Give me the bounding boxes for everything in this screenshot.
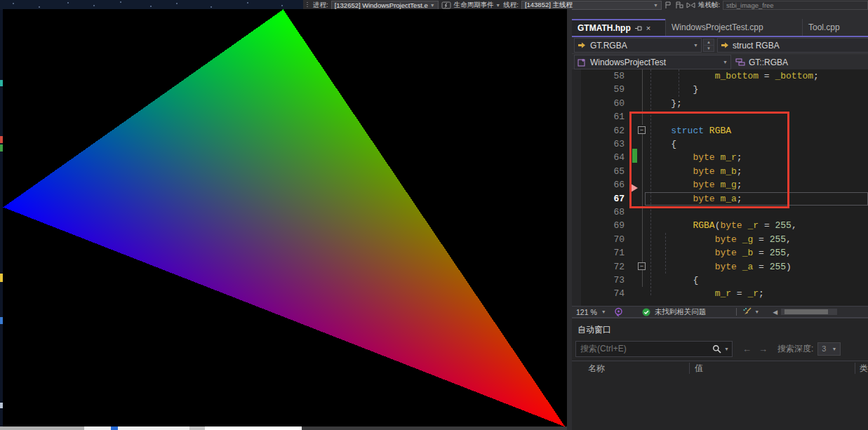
search-icon[interactable]: [712, 344, 721, 354]
type-value: GT::RGBA: [749, 58, 788, 67]
spinner-down-button[interactable]: ▼: [703, 45, 714, 52]
scope-dropdown[interactable]: GT.RGBA ▼: [574, 38, 702, 53]
navigation-bar-project: WindowsProjectTest ▼ GT::RGBA: [572, 53, 868, 70]
lifecycle-dropdown[interactable]: 生命周期事件 ▼: [454, 1, 501, 10]
code-text: byte _g = 255,: [649, 233, 792, 246]
intellicode-icon[interactable]: [614, 307, 623, 316]
lifecycle-events-icon[interactable]: [441, 1, 451, 9]
tab-label: Tool.cpp: [808, 22, 840, 32]
toolbar-grip[interactable]: [306, 1, 309, 8]
pin-icon[interactable]: [635, 25, 642, 32]
code-line[interactable]: 72 byte _a = 255): [572, 260, 868, 274]
autos-search-row: ▼ ← → 搜索深度: 3 ▼: [572, 340, 868, 358]
column-name[interactable]: 名称: [588, 363, 605, 375]
thread-label: 线程:: [503, 1, 519, 10]
autos-grid-empty[interactable]: [572, 375, 868, 430]
lifecycle-label: 生命周期事件: [454, 1, 494, 8]
navigation-bar-types: GT.RGBA ▼ ▲ ▼ struct RGBA: [572, 37, 868, 53]
code-line[interactable]: 71 byte _b = 255,: [572, 246, 868, 260]
code-text: m_r = _r;: [649, 287, 764, 300]
stackframe-label: 堆栈帧:: [698, 1, 720, 10]
process-dropdown[interactable]: [132652] WindowsProjectTest.e ▼: [331, 1, 439, 10]
code-text: {: [649, 274, 698, 287]
line-number: 71: [592, 246, 625, 260]
scrollbar-thumb[interactable]: [784, 309, 828, 314]
scroll-left-icon[interactable]: ◀: [773, 309, 777, 316]
line-number: 61: [592, 110, 625, 123]
editor-panel: GTMATH.hpp × WindowsProjectTest.cpp Tool…: [572, 10, 868, 430]
flag-icon[interactable]: [665, 1, 672, 9]
thread-dropdown[interactable]: [143852] 主线程 ▼: [521, 1, 662, 10]
chevron-down-icon: ▼: [754, 309, 759, 314]
search-depth-dropdown[interactable]: 3 ▼: [817, 342, 841, 356]
line-number: 74: [592, 287, 625, 300]
code-line[interactable]: 58 m_bottom = _bottom;: [572, 69, 868, 83]
project-value: WindowsProjectTest: [590, 58, 666, 67]
search-depth-label: 搜索深度:: [777, 343, 813, 355]
chevron-down-icon: ▼: [601, 309, 606, 314]
divider: [736, 308, 737, 316]
horizontal-scrollbar[interactable]: [781, 309, 837, 315]
code-text: RGBA(byte _r = 255,: [649, 219, 797, 232]
autos-column-header: 名称 值 类: [572, 361, 868, 376]
project-icon: [577, 58, 586, 67]
zoom-dropdown[interactable]: 121 % ▼: [574, 308, 606, 316]
tab-tool-cpp[interactable]: Tool.cpp: [802, 19, 868, 36]
thread-value: [143852] 主线程: [525, 1, 573, 10]
back-arrow-icon[interactable]: ←: [742, 344, 752, 354]
code-line[interactable]: 69 RGBA(byte _r = 255,: [572, 219, 868, 232]
process-value: [132652] WindowsProjectTest.e: [335, 1, 428, 9]
type-context[interactable]: GT::RGBA: [731, 58, 792, 67]
line-number: 62: [592, 124, 625, 137]
project-dropdown[interactable]: WindowsProjectTest ▼: [574, 55, 731, 69]
tab-gtmath-hpp[interactable]: GTMATH.hpp ×: [572, 19, 665, 36]
search-input[interactable]: [579, 343, 709, 354]
line-number: 72: [592, 260, 625, 274]
struct-icon: [735, 58, 745, 66]
stackframe-value: stbi_image_free: [726, 1, 774, 9]
vs-background-strip: [567, 9, 572, 430]
code-line[interactable]: 74 m_r = _r;: [572, 287, 868, 300]
member-dropdown[interactable]: struct RGBA: [717, 38, 868, 53]
scope-value: GT.RGBA: [590, 41, 627, 51]
code-cleanup-broom-icon[interactable]: ▼: [742, 307, 759, 316]
column-separator[interactable]: [689, 363, 690, 374]
fold-collapse-icon[interactable]: −: [638, 262, 646, 270]
code-line[interactable]: 60 };: [572, 97, 868, 110]
screen: 进程: [132652] WindowsProjectTest.e ▼ 生命周期…: [0, 0, 868, 430]
member-spinner: ▲ ▼: [703, 39, 714, 52]
forward-arrow-icon[interactable]: →: [759, 344, 768, 354]
chevron-down-icon: ▼: [723, 60, 728, 65]
flag-plus-icon[interactable]: [675, 1, 683, 9]
editor-status-bar: 121 % ▼ 未找到相关问题 ▼ ◀: [572, 306, 868, 317]
chevron-down-icon: ▼: [832, 347, 836, 351]
tab-strip: GTMATH.hpp × WindowsProjectTest.cpp Tool…: [572, 19, 868, 36]
line-number: 58: [592, 69, 625, 83]
chevron-down-icon: ▼: [724, 347, 729, 351]
search-box[interactable]: ▼: [575, 341, 733, 357]
line-number: 64: [592, 151, 625, 164]
column-type[interactable]: 类: [860, 363, 868, 375]
desktop-wallpaper-strip: [0, 0, 303, 10]
parallel-stacks-icon[interactable]: [686, 2, 695, 8]
line-number: 66: [592, 178, 625, 192]
line-number: 69: [592, 219, 625, 232]
debug-toolbar: 进程: [132652] WindowsProjectTest.e ▼ 生命周期…: [303, 0, 868, 10]
code-text: };: [649, 97, 682, 110]
health-indicator[interactable]: 未找到相关问题: [642, 307, 707, 317]
code-editor[interactable]: 58 m_bottom = _bottom;59 }60 };6162 stru…: [572, 69, 868, 306]
nav-arrow-icon: [721, 41, 729, 49]
line-number: 67: [592, 192, 625, 206]
code-line[interactable]: 73 {: [572, 274, 868, 287]
health-text: 未找到相关问题: [655, 307, 707, 317]
autos-window-title: 自动窗口: [577, 324, 611, 336]
tab-windowsprojecttest-cpp[interactable]: WindowsProjectTest.cpp: [665, 19, 802, 36]
annotation-rectangle: [629, 112, 789, 208]
column-separator[interactable]: [855, 363, 855, 374]
close-icon[interactable]: ×: [646, 25, 650, 32]
desktop-bottom-sliver: [0, 426, 567, 430]
code-line[interactable]: 70 byte _g = 255,: [572, 233, 868, 246]
column-value[interactable]: 值: [695, 363, 703, 375]
code-line[interactable]: 59 }: [572, 83, 868, 96]
stackframe-dropdown[interactable]: stbi_image_free: [723, 1, 868, 10]
